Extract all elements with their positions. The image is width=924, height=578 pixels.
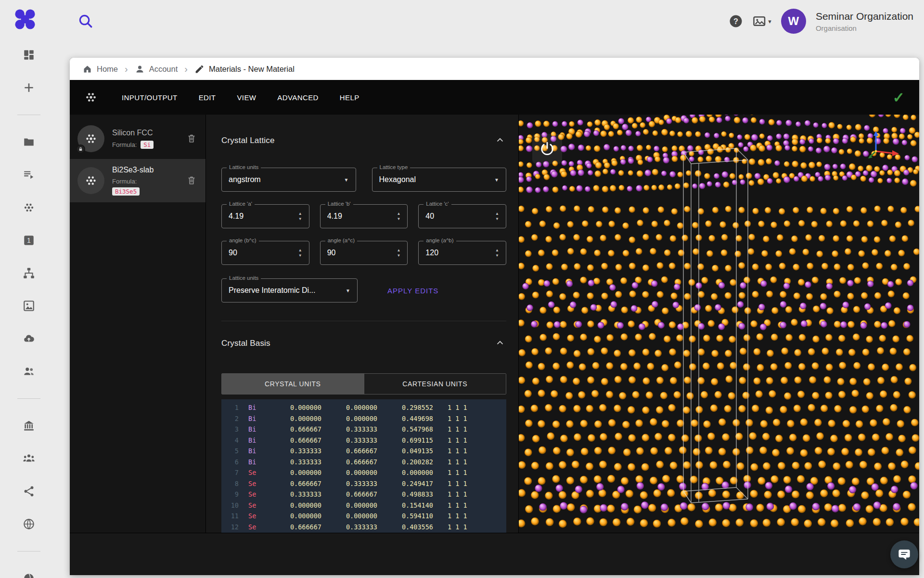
chat-bubble-icon xyxy=(898,548,911,561)
menu-view[interactable]: VIEW xyxy=(237,93,256,102)
collapse-lattice-button[interactable] xyxy=(495,135,506,146)
basis-row[interactable]: 10Se0.0000000.0000000.1541401 1 1 xyxy=(221,500,506,511)
chevron-up-icon xyxy=(495,135,505,145)
basis-units-tabs: CRYSTAL UNITS CARTESIAN UNITS xyxy=(221,373,506,394)
menu-input-output[interactable]: INPUT/OUTPUT xyxy=(122,93,178,102)
cloud-upload-icon[interactable] xyxy=(22,332,36,345)
org-type: Organisation xyxy=(816,24,913,32)
basis-row[interactable]: 12Se0.6666670.3333330.4035561 1 1 xyxy=(221,522,506,533)
app-logo-icon[interactable] xyxy=(13,7,38,32)
delete-material-button[interactable] xyxy=(186,133,198,144)
globe-icon[interactable] xyxy=(22,517,36,531)
dropdown-caret-icon: ▾ xyxy=(768,18,771,25)
number-stepper[interactable]: ▲▼ xyxy=(298,212,302,221)
material-name: Silicon FCC xyxy=(112,129,154,137)
team-icon[interactable] xyxy=(22,452,36,465)
angle-ab-input[interactable]: angle (a^b) 120 ▲▼ xyxy=(418,241,506,265)
reparams-select[interactable]: Lattice units Preserve Interatomic Di...… xyxy=(221,278,358,302)
basis-row[interactable]: 4Bi0.6666670.3333330.6991151 1 1 xyxy=(221,435,506,446)
angle-bc-input[interactable]: angle (b^c) 90 ▲▼ xyxy=(221,241,309,265)
jobs-list-icon[interactable] xyxy=(22,168,36,182)
chevron-down-icon: ▼ xyxy=(490,177,499,183)
add-icon[interactable] xyxy=(22,81,36,94)
delete-material-button[interactable] xyxy=(186,175,198,186)
dashboard-icon[interactable] xyxy=(22,48,36,62)
lattice-a-input[interactable]: Lattice 'a' 4.19 ▲▼ xyxy=(221,204,309,228)
window-bottom-bar xyxy=(70,533,919,575)
basis-editor[interactable]: 1Bi0.0000000.0000000.2985521 1 12Bi0.000… xyxy=(221,399,506,533)
svg-text:1: 1 xyxy=(27,236,31,244)
formula-chip: Bi3Se5 xyxy=(112,187,140,196)
tab-crystal-units[interactable]: CRYSTAL UNITS xyxy=(222,374,364,394)
image-icon[interactable] xyxy=(22,299,36,313)
number-stepper[interactable]: ▲▼ xyxy=(495,212,499,221)
tab-cartesian-units[interactable]: CARTESIAN UNITS xyxy=(364,374,506,394)
share-icon[interactable] xyxy=(22,485,36,498)
person-icon xyxy=(135,64,145,74)
structure-viewer xyxy=(519,115,919,533)
folder-icon[interactable] xyxy=(22,135,36,149)
public-icon[interactable] xyxy=(22,572,36,578)
breadcrumb-chevron-icon: › xyxy=(183,64,189,75)
bank-icon[interactable] xyxy=(22,419,36,433)
materials-icon[interactable] xyxy=(22,201,36,214)
lattice-c-input[interactable]: Lattice 'c' 40 ▲▼ xyxy=(418,204,506,228)
chat-launcher-button[interactable] xyxy=(890,540,918,568)
power-button[interactable] xyxy=(532,134,562,164)
basis-row[interactable]: 5Bi0.3333330.6666670.0491351 1 1 xyxy=(221,446,506,457)
angle-ac-input[interactable]: angle (a^c) 90 ▲▼ xyxy=(320,241,408,265)
breadcrumb: Home › Account › Materials - New Materia… xyxy=(70,58,919,80)
sidebar-divider xyxy=(17,551,40,552)
number-stepper[interactable]: ▲▼ xyxy=(397,249,400,258)
basis-row[interactable]: 1Bi0.0000000.0000000.2985521 1 1 xyxy=(221,402,506,413)
axes-gizmo-icon[interactable] xyxy=(866,128,902,164)
material-item-silicon-fcc[interactable]: Silicon FCC Formula: Si xyxy=(70,118,205,159)
basis-row[interactable]: 11Se0.0000000.0000000.5941101 1 1 xyxy=(221,511,506,522)
number-stepper[interactable]: ▲▼ xyxy=(397,212,400,221)
material-avatar xyxy=(77,125,104,152)
crystal-lattice-title: Crystal Lattice xyxy=(221,136,275,145)
lattice-b-input[interactable]: Lattice 'b' 4.19 ▲▼ xyxy=(320,204,408,228)
basis-row[interactable]: 2Bi0.0000000.0000000.4496981 1 1 xyxy=(221,413,506,424)
workflow-icon[interactable] xyxy=(22,266,36,280)
search-icon[interactable] xyxy=(77,13,93,29)
snapshot-menu-icon[interactable]: ▾ xyxy=(753,15,771,27)
basis-row[interactable]: 6Bi0.3333330.6666670.2002821 1 1 xyxy=(221,457,506,468)
sidebar-divider xyxy=(17,115,40,115)
basis-row[interactable]: 9Se0.3333330.6666670.4988331 1 1 xyxy=(221,489,506,500)
apply-edits-button[interactable]: APPLY EDITS xyxy=(387,287,438,295)
lattice-type-select[interactable]: Lattice type Hexagonal ▼ xyxy=(372,168,507,192)
trash-icon xyxy=(186,133,197,144)
molecule-logo-icon xyxy=(84,91,98,104)
basis-row[interactable]: 7Se0.0000000.0000000.0000001 1 1 xyxy=(221,467,506,478)
sidebar-divider xyxy=(17,398,40,399)
lattice-units-select[interactable]: Lattice units angstrom ▼ xyxy=(221,168,356,192)
collapse-basis-button[interactable] xyxy=(495,338,506,349)
people-icon[interactable] xyxy=(22,365,36,378)
number-stepper[interactable]: ▲▼ xyxy=(495,249,499,258)
one-badge-icon[interactable]: 1 xyxy=(22,234,36,247)
home-icon xyxy=(82,64,92,74)
svg-text:?: ? xyxy=(733,17,738,26)
breadcrumb-home[interactable]: Home xyxy=(82,64,118,74)
breadcrumb-account[interactable]: Account xyxy=(135,64,178,74)
org-name: Seminar Organization xyxy=(816,11,913,22)
lock-icon xyxy=(76,144,85,154)
molecule-icon xyxy=(84,131,98,146)
chevron-up-icon xyxy=(495,338,505,348)
molecule-icon xyxy=(84,173,98,188)
menu-help[interactable]: HELP xyxy=(340,93,359,102)
menu-advanced[interactable]: ADVANCED xyxy=(277,93,318,102)
help-icon[interactable]: ? xyxy=(729,14,743,28)
material-item-bi2se3-slab[interactable]: Bi2Se3-slab Formula: Bi3Se5 xyxy=(70,159,205,202)
structure-canvas[interactable] xyxy=(519,115,919,533)
basis-row[interactable]: 3Bi0.6666670.3333330.5479681 1 1 xyxy=(221,424,506,435)
breadcrumb-current[interactable]: Materials - New Material xyxy=(194,64,295,74)
number-stepper[interactable]: ▲▼ xyxy=(298,249,302,258)
user-avatar[interactable]: W xyxy=(781,9,806,34)
menu-edit[interactable]: EDIT xyxy=(199,93,216,102)
app-sidebar: 1 xyxy=(0,48,58,578)
formula-chip: Si xyxy=(141,141,154,149)
edit-pencil-icon xyxy=(194,64,205,74)
basis-row[interactable]: 8Se0.6666670.3333330.2494171 1 1 xyxy=(221,478,506,489)
